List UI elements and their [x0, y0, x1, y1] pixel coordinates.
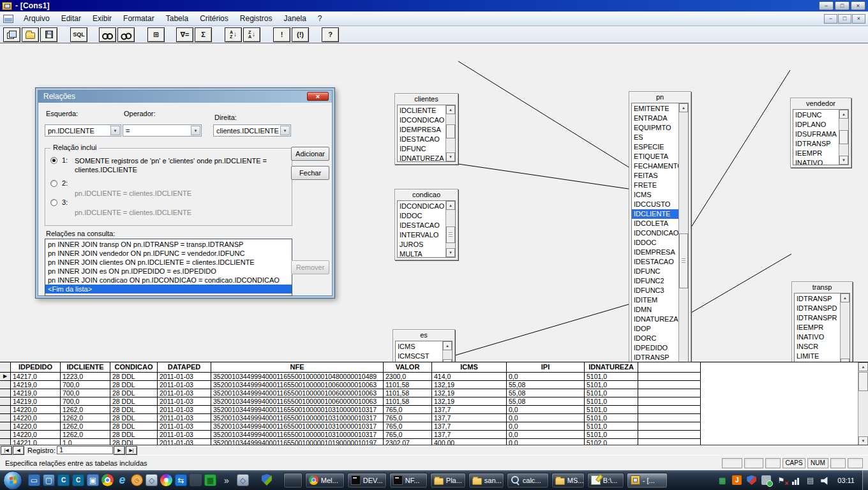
menu-janela[interactable]: Janela [278, 12, 311, 25]
field-item-es-icms[interactable]: ICMS [396, 342, 442, 352]
column-header-blank[interactable] [638, 362, 701, 373]
cell-dataped[interactable]: 2011-01-03 [158, 397, 211, 405]
scroll-thumb[interactable] [446, 124, 455, 138]
run-prompt-button[interactable]: (!) [292, 27, 309, 42]
taskbar-launcher-button[interactable] [283, 473, 303, 488]
field-item-vendedor-idsuframa[interactable]: IDSUFRAMA [793, 130, 839, 139]
cell-icms[interactable]: 132,19 [432, 381, 507, 389]
field-item-transp-idtranspr[interactable]: IDTRANSPR [795, 313, 840, 323]
menu-exibir[interactable]: Exibir [87, 12, 117, 25]
last-record-button[interactable]: ▶| [126, 446, 137, 455]
tray-network-icon[interactable]: ⚑× [776, 475, 786, 485]
row-selector[interactable] [0, 422, 11, 430]
cell-idcliente[interactable]: 1262,0 [61, 422, 110, 430]
cell-idcliente[interactable]: 1262,0 [61, 431, 110, 438]
table-row[interactable]: 14220,01262,028 DDL2011-01-0335200103449… [0, 431, 701, 439]
tray-signal-icon[interactable] [791, 475, 800, 485]
field-item-pn-icms[interactable]: ICMS [632, 190, 678, 200]
quick-app-window-icon[interactable]: ▭ [28, 474, 40, 486]
menu-registros[interactable]: Registros [234, 12, 278, 25]
field-item-condicao-idestacao[interactable]: IDESTACAO [398, 221, 445, 230]
field-item-pn-es[interactable]: ES [632, 133, 678, 142]
cell-valor[interactable]: 1101,58 [384, 389, 432, 397]
cell-nfe[interactable]: 3520010344999400011655001000001031000001… [211, 422, 384, 430]
operador-combobox[interactable]: = ▼ [123, 124, 202, 137]
field-item-pn-iddoc[interactable]: IDDOC [632, 238, 678, 248]
taskbar-chrome-button[interactable]: Mel... [305, 473, 345, 488]
cell-condicao[interactable]: 28 DDL [110, 389, 158, 397]
cell-idpedido[interactable]: 14220,0 [11, 422, 61, 430]
field-item-pn-idpedido[interactable]: IDPEDIDO [632, 343, 678, 353]
scroll-up-button[interactable]: ▲ [446, 105, 455, 114]
row-selector[interactable] [0, 389, 11, 397]
quick-console-ce-icon[interactable]: C [57, 474, 70, 486]
mdi-child-icon[interactable] [3, 15, 13, 23]
cell-valor[interactable]: 765,0 [384, 414, 432, 422]
table-title-vendedor[interactable]: vendedor [791, 98, 851, 109]
field-item-pn-especie[interactable]: ESPECIE [632, 142, 678, 152]
cell-condicao[interactable]: 28 DDL [110, 431, 158, 438]
cell-idpedido[interactable]: 14219,0 [11, 381, 61, 389]
quick-window-stack-icon[interactable]: ▣ [87, 474, 99, 486]
cell-idcliente[interactable]: 700,0 [61, 397, 110, 405]
taskbar-calc-search-button[interactable]: calc... [507, 473, 549, 488]
cell-idnatureza[interactable]: 5101,0 [585, 414, 638, 422]
field-item-condicao-iddoc[interactable]: IDDOC [398, 211, 445, 221]
field-item-pn-idccusto[interactable]: IDCCUSTO [632, 200, 678, 209]
cell-icms[interactable]: 137,7 [432, 406, 507, 413]
menu-arquivo[interactable]: Arquivo [18, 12, 56, 25]
column-header-dataped[interactable]: DATAPED [158, 362, 211, 373]
cell-valor[interactable]: 765,0 [384, 406, 432, 413]
cell-valor[interactable]: 1101,58 [384, 397, 432, 405]
quick-picasa-icon[interactable] [160, 474, 172, 486]
table-row[interactable]: 14219,0700,028 DDL2011-01-03352001034499… [0, 389, 701, 397]
table-scrollbar-pn[interactable]: ▲▼ [678, 103, 688, 393]
cell-ipi[interactable]: 55,08 [507, 381, 585, 389]
add-table-button[interactable]: ⊞ [147, 27, 165, 42]
view-hide-button[interactable] [117, 27, 135, 42]
help-button[interactable]: ? [322, 27, 339, 42]
cell-idpedido[interactable]: 14219,0 [11, 389, 61, 397]
table-scrollbar-condicao[interactable]: ▲▼ [445, 201, 455, 257]
field-item-vendedor-idtransp[interactable]: IDTRANSP [793, 139, 839, 149]
cell-condicao[interactable]: 28 DDL [110, 397, 158, 405]
cell-ipi[interactable]: 0,0 [507, 414, 585, 422]
scroll-thumb[interactable] [446, 226, 455, 243]
cell-idnatureza[interactable]: 5101,0 [585, 381, 638, 389]
run-button[interactable]: ! [273, 27, 290, 42]
row-selector[interactable] [0, 397, 11, 405]
record-number-input[interactable]: 1 [57, 446, 113, 454]
field-item-clientes-idcondicao[interactable]: IDCONDICAO [398, 115, 445, 125]
field-item-pn-fechamento[interactable]: FECHAMENTO [632, 161, 678, 171]
totals-button[interactable]: Σ [195, 27, 212, 42]
join-item-1[interactable]: pn INNER JOIN transp ON pn.IDTRANSP = tr… [45, 240, 292, 249]
cell-icms[interactable]: 132,19 [432, 389, 507, 397]
esquerda-combobox[interactable]: pn.IDCLIENTE ▼ [45, 124, 121, 137]
table-title-condicao[interactable]: condicao [395, 189, 458, 200]
cell-dataped[interactable]: 2011-01-03 [158, 431, 211, 438]
field-item-condicao-juros[interactable]: JUROS [398, 240, 445, 249]
tray-grid-icon[interactable]: ▦ [717, 475, 727, 485]
relation-option-3-radio[interactable] [50, 199, 57, 206]
field-item-clientes-idcliente[interactable]: IDCLIENTE [398, 106, 445, 115]
field-item-clientes-idnatureza[interactable]: IDNATUREZA [398, 154, 445, 161]
cell-valor[interactable]: 765,0 [384, 422, 432, 430]
operador-dropdown-arrow[interactable]: ▼ [191, 126, 200, 135]
column-header-idnatureza[interactable]: IDNATUREZA [585, 362, 638, 373]
cell-condicao[interactable]: 28 DDL [110, 373, 158, 380]
grid-scroll-thumb[interactable] [858, 372, 868, 391]
scroll-up-button[interactable]: ▲ [839, 110, 848, 119]
cell-idnatureza[interactable]: 5101,0 [585, 397, 638, 405]
start-button[interactable] [3, 471, 22, 490]
taskbar-dev-console-button[interactable]: DEV... [347, 473, 387, 488]
grid-scroll-up-button[interactable]: ▲ [858, 362, 868, 371]
cell-condicao[interactable]: 28 DDL [110, 422, 158, 430]
column-header-icms[interactable]: ICMS [432, 362, 507, 373]
menu-editar[interactable]: Editar [56, 12, 87, 25]
grid-vscrollbar[interactable]: ▲▼ [858, 362, 868, 445]
field-item-vendedor-inativo[interactable]: INATIVO [793, 158, 839, 165]
cell-blank[interactable] [638, 389, 701, 397]
join-item-3[interactable]: pn INNER JOIN clientes ON pn.IDCLIENTE =… [45, 258, 292, 267]
field-item-pn-idmn[interactable]: IDMN [632, 305, 678, 315]
field-item-pn-idfunc3[interactable]: IDFUNC3 [632, 286, 678, 295]
